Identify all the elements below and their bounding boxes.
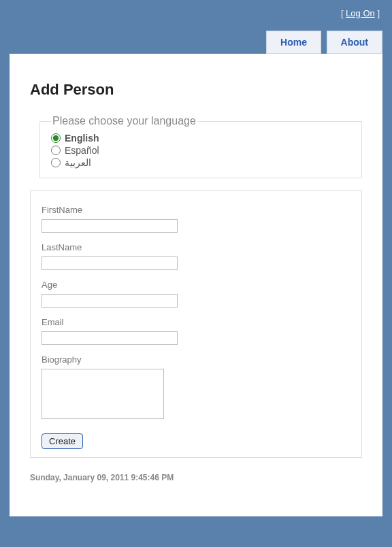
biography-textarea[interactable] <box>42 369 164 419</box>
language-label-arabic: العربية <box>65 157 91 168</box>
biography-label: Biography <box>42 354 350 365</box>
page-container: Add Person Please choose your language E… <box>10 54 382 516</box>
language-fieldset: Please choose your language English Espa… <box>39 115 362 178</box>
first-name-input[interactable] <box>42 219 178 233</box>
footer-timestamp: Sunday, January 09, 2011 9:45:46 PM <box>30 473 362 482</box>
language-label-english: English <box>65 133 99 144</box>
language-radio-english[interactable] <box>51 133 61 143</box>
nav-about[interactable]: About <box>327 31 382 54</box>
page-title: Add Person <box>30 81 362 99</box>
language-legend: Please choose your language <box>51 115 197 127</box>
age-input[interactable] <box>42 294 178 308</box>
nav-tabs: Home About <box>0 18 392 54</box>
age-label: Age <box>42 280 350 290</box>
person-form-fieldset: FirstName LastName Age Email Biography <box>30 190 362 458</box>
topbar: [ Log On ] <box>0 0 392 18</box>
create-button[interactable] <box>42 433 83 449</box>
last-name-label: LastName <box>42 242 350 252</box>
email-input[interactable] <box>42 331 178 345</box>
log-on-link[interactable]: Log On <box>346 8 375 18</box>
last-name-input[interactable] <box>42 256 178 270</box>
language-radio-spanish[interactable] <box>51 146 61 155</box>
language-label-spanish: Español <box>65 145 99 156</box>
first-name-label: FirstName <box>42 205 350 215</box>
nav-home[interactable]: Home <box>266 31 321 54</box>
language-radio-arabic[interactable] <box>51 158 61 167</box>
email-label: Email <box>42 317 350 327</box>
